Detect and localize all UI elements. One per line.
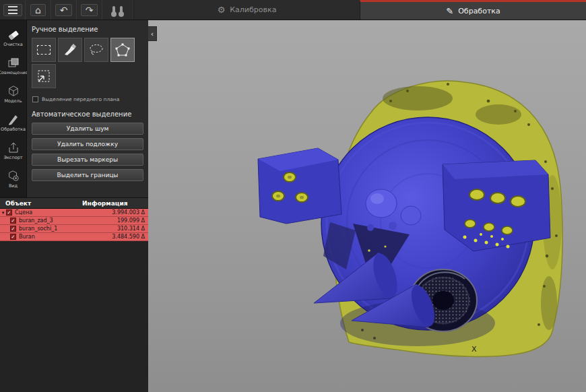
- cutoff-plane-icon: [36, 68, 52, 84]
- brush-select-tool[interactable]: [58, 38, 82, 62]
- auto-selection-title: Автоматическое выделение: [32, 110, 143, 118]
- undo-icon: ↶: [60, 5, 68, 15]
- sidebar-item-label: Совмещение: [0, 70, 28, 75]
- cut-markers-button[interactable]: Вырезать маркеры: [32, 154, 143, 166]
- 3d-viewport[interactable]: X ‹: [148, 20, 586, 392]
- foreground-selection-label: Выделение переднего плана: [42, 96, 119, 102]
- undo-button[interactable]: ↶: [51, 0, 77, 20]
- row-checkbox[interactable]: ✓: [10, 226, 16, 232]
- row-checkbox[interactable]: ✓: [10, 234, 16, 240]
- temperature-indicator: [102, 0, 133, 20]
- row-checkbox[interactable]: ✓: [10, 218, 16, 224]
- object-row[interactable]: ✓ buran_sochi_1 310.314 Δ: [0, 225, 148, 233]
- pencil-icon: ✎: [446, 7, 453, 15]
- sidebar-item-processing[interactable]: Обработка: [0, 108, 27, 137]
- object-panel-header: Объект Информация: [0, 197, 148, 209]
- left-panel: Очистка Совмещение М: [0, 20, 148, 392]
- object-row[interactable]: ✓ Buran 3.484.590 Δ: [0, 233, 148, 241]
- app-window: ⌂ ↶ ↷ ⚙ Калибровка ✎ Обработка: [0, 0, 586, 392]
- stylus-icon: [7, 113, 20, 125]
- object-column-header: Объект: [0, 200, 82, 207]
- object-name: Buran: [19, 234, 35, 240]
- object-info-value: 3.994.003 Δ: [112, 209, 148, 216]
- eraser-icon: [7, 28, 20, 40]
- model-buran-scan[interactable]: X: [258, 81, 562, 356]
- object-info-value: 3.484.590 Δ: [112, 234, 148, 240]
- checkbox-icon: [32, 96, 38, 102]
- cube-icon: [7, 85, 20, 97]
- marquee-icon: [37, 45, 51, 55]
- view-cube-icon: [7, 170, 20, 182]
- sidebar-item-alignment[interactable]: Совмещение: [0, 52, 27, 80]
- sidebar-item-view[interactable]: Вид: [0, 165, 27, 193]
- sidebar-item-label: Вид: [9, 183, 18, 189]
- object-row-scene[interactable]: ▾ ✓ Сцена 3.994.003 Δ: [0, 209, 148, 217]
- right-wing-panel: [443, 160, 550, 251]
- sidebar-item-label: Экспорт: [3, 155, 22, 160]
- sidebar-item-model[interactable]: Модель: [0, 80, 27, 108]
- polygon-icon: [115, 42, 131, 57]
- tab-processing[interactable]: ✎ Обработка: [360, 0, 586, 20]
- tab-calibration[interactable]: ⚙ Калибровка: [133, 0, 360, 20]
- tab-processing-label: Обработка: [458, 7, 500, 15]
- redo-icon: ↷: [86, 5, 94, 15]
- sidebar-item-label: Очистка: [3, 42, 22, 47]
- hamburger-icon: [3, 4, 22, 16]
- redo-button[interactable]: ↷: [77, 0, 102, 20]
- sidebar-item-label: Обработка: [1, 127, 26, 132]
- axis-x-label: X: [471, 345, 477, 354]
- cutoff-plane-tool[interactable]: [32, 64, 56, 88]
- object-name: Сцена: [15, 209, 32, 216]
- manual-selection-title: Ручное выделение: [32, 26, 143, 33]
- main-menu-button[interactable]: [0, 0, 26, 20]
- selection-panel: Ручное выделение: [27, 20, 148, 197]
- left-wing-panel: [258, 148, 341, 224]
- object-info-value: 310.314 Δ: [117, 226, 148, 232]
- top-toolbar: ⌂ ↶ ↷ ⚙ Калибровка ✎ Обработка: [0, 0, 586, 20]
- object-panel: Объект Информация ▾ ✓ Сцена 3.994.003 Δ …: [0, 197, 148, 392]
- object-name: buran_zad_3: [19, 218, 53, 224]
- thermometer-icon: [120, 6, 123, 14]
- expand-icon[interactable]: ▾: [0, 210, 6, 216]
- alignment-icon: [7, 57, 20, 69]
- mode-sidebar: Очистка Совмещение М: [0, 20, 27, 197]
- object-row[interactable]: ✓ buran_zad_3 199.099 Δ: [0, 217, 148, 225]
- info-column-header: Информация: [82, 200, 128, 207]
- export-icon: [7, 141, 20, 154]
- sidebar-item-export[interactable]: Экспорт: [0, 137, 27, 165]
- object-info-value: 199.099 Δ: [117, 218, 148, 224]
- manual-tools-row-1: [32, 38, 143, 62]
- gear-icon: ⚙: [218, 5, 226, 14]
- home-icon: ⌂: [35, 5, 41, 15]
- home-button[interactable]: ⌂: [26, 0, 51, 20]
- polygon-select-tool[interactable]: [110, 38, 135, 62]
- 3d-scene-canvas[interactable]: X: [148, 20, 586, 392]
- row-checkbox[interactable]: ✓: [6, 209, 12, 216]
- sidebar-item-cleaning[interactable]: Очистка: [0, 24, 27, 52]
- rect-select-tool[interactable]: [32, 38, 56, 62]
- tab-calibration-label: Калибровка: [230, 5, 276, 14]
- object-list-empty-area: [0, 241, 148, 392]
- panel-collapse-button[interactable]: ‹: [148, 26, 157, 41]
- foreground-selection-checkbox[interactable]: Выделение переднего плана: [32, 96, 143, 102]
- lasso-select-tool[interactable]: [84, 38, 108, 62]
- remove-base-button[interactable]: Удалить подложку: [32, 138, 143, 150]
- manual-tools-row-2: [32, 64, 143, 88]
- lasso-icon: [88, 43, 104, 57]
- sidebar-item-label: Модель: [4, 98, 22, 104]
- object-name: buran_sochi_1: [19, 226, 57, 232]
- remove-noise-button[interactable]: Удалить шум: [32, 123, 143, 135]
- select-boundaries-button[interactable]: Выделить границы: [32, 169, 143, 181]
- brush-icon: [63, 42, 77, 57]
- thermometer-icon: [112, 6, 115, 14]
